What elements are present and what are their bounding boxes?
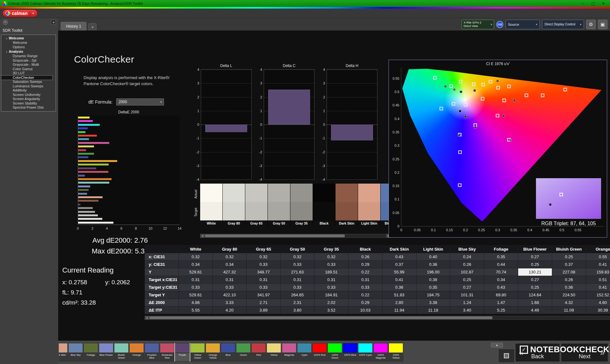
x-tick-label: 6 [120,226,122,230]
calman-menu-button[interactable]: calman ▾ [3,10,37,17]
table-row-target-y-cie31: Target y:CIE310.330.330.330.330.330.330.… [145,284,610,291]
patch-button-bluish-green[interactable]: Bluish Green [114,343,129,361]
sidebar-item-options[interactable]: Options [1,45,56,50]
patch-button-moderate-red[interactable]: Moderate Red [160,343,174,361]
sidebar-item-screen-stability[interactable]: Screen Stability [1,101,56,106]
de2000-bar-orange [78,178,112,180]
scroll-left-icon[interactable]: ◄ [145,316,149,320]
patch-button-green[interactable]: Green [236,343,251,361]
column-header-white: White [179,246,213,253]
strip-scrollbar[interactable]: ◄ ► [200,234,391,238]
sidebar-section-analysis[interactable]: ▴Analysis [1,49,56,54]
patch-button-cyan[interactable]: Cyan [297,343,312,361]
patch-label: Purple [175,353,189,361]
sidebar-item-luminance-sweeps[interactable]: Luminance Sweeps [1,84,56,89]
patch-button-100-cyan[interactable]: 100% Cyan [358,343,373,361]
sidebar-item-screen-uniformity[interactable]: Screen Uniformity [1,93,56,97]
scrollbar-thumb[interactable] [149,316,492,319]
gridline [327,179,377,180]
add-tab-button[interactable]: + [88,23,97,30]
source-dropdown[interactable]: Source ▾ [505,20,540,29]
patch-button-blue-sky[interactable]: Blue Sky [68,343,83,361]
y-tick-label: -1 [254,136,262,140]
table-scrollbar[interactable]: ◄ ► [145,316,610,320]
de2000-bar-magenta [78,142,109,144]
table-cell: 0.33 [315,284,349,291]
sidebar-item-grayscale-2pt[interactable]: Grayscale - 2pt [1,58,56,63]
sidebar-section-welcome[interactable]: ▴Welcome [1,36,56,41]
sidebar-item-3d-lut[interactable]: 3D LUT [1,71,56,76]
close-button[interactable]: ✕ [599,1,607,6]
patch-button-100-yellow[interactable]: 100% Yellow [389,343,403,361]
scroll-left-icon[interactable]: ◄ [200,234,205,238]
patch-button-purple[interactable]: Purple [175,343,190,361]
table-cell: 0.41 [586,261,610,268]
gridline [264,83,314,84]
patch-button-100-green[interactable]: 100% Green [328,343,342,361]
patch-button-yellow-green[interactable]: Yellow Green [190,343,205,361]
sidebar-item-screen-angularity[interactable]: Screen Angularity [1,97,56,101]
patch-button-magenta[interactable]: Magenta [282,343,296,361]
swatch-label: Gray 50 [268,220,290,226]
display-control-dropdown[interactable]: Direct Display Control ▾ [542,20,584,29]
sidebar-item-grayscale-multi[interactable]: Grayscale - Multi [1,63,56,67]
meter-selector-button[interactable]: X-Rite i1Pro 2 Direct View ▾ [462,20,494,29]
de-formula-select[interactable]: 2000 ▾ [116,98,164,105]
reading-cdm2: cd/m²: 33.28 [62,299,96,306]
maximize-button[interactable]: ▢ [589,1,597,6]
de2000-bar-gray-35 [78,207,93,209]
cie-x-tick-label: 0.3 [492,228,503,232]
patch-button-100-blue[interactable]: 100% Blue [343,343,357,361]
sidebar-item-color-gamut[interactable]: Color Gamut [1,67,56,71]
table-cell: 0.44 [484,261,518,268]
patch-button-orange-yellow[interactable]: Orange Yellow [206,343,220,361]
table-cell: 0.33 [281,261,315,268]
sidebar-item-saturation-sweeps[interactable]: Saturation Sweeps [1,80,56,84]
sidebar-collapse-button[interactable]: ◄ [51,20,56,25]
table-cell: 1.24 [450,299,484,307]
table-row-y-cie31: y: CIE310.340.340.330.330.330.290.370.36… [145,261,610,268]
cie-y-tick-label: 0.4 [390,117,399,121]
patch-button-blue-flower[interactable]: Blue Flower [99,343,113,361]
patch-button-orange[interactable]: Orange [129,343,144,361]
patch-button-100-magenta[interactable]: 100% Magenta [373,343,388,361]
swatch-label: Black [313,220,335,226]
row-label: x: CIE31 [145,253,179,261]
sidebar-item-dynamic-range[interactable]: Dynamic Range [1,54,56,58]
layout-panel-button[interactable]: ▣ [598,20,607,29]
patch-button-foliage[interactable]: Foliage [84,343,98,361]
chevron-down-icon: ▾ [160,100,162,104]
back-label: Back [516,353,559,360]
table-cell: 0.33 [315,261,349,268]
table-cell: 0.31 [213,276,247,284]
table-cell: 0.25 [518,261,552,268]
avg-de2000-readout: Avg dE2000: 2.76 [68,236,173,245]
patch-button-light-skin[interactable]: Light Skin [59,343,68,361]
expand-patches-button[interactable]: ▲ [491,343,503,347]
sidebar-item-spectral-power-dist[interactable]: Spectral Power Dist. [1,105,56,110]
table-cell: 0.26 [450,261,484,268]
patch-button-purplish-blue[interactable]: Purplish Blue [145,343,159,361]
patch-button-yellow[interactable]: Yellow [267,343,281,361]
minimize-button[interactable]: – [579,1,587,6]
cie-x-tick-label: 0.4 [524,228,535,232]
table-cell: 0.38 [416,276,450,284]
patch-button-red[interactable]: Red [251,343,266,361]
sidebar-item-welcome[interactable]: Welcome [1,41,56,45]
back-button[interactable]: « Back [515,343,560,362]
patch-button-100-red[interactable]: 100% Red [312,343,327,361]
sidebar-tree: ▴WelcomeWelcomeOptions▴AnalysisDynamic R… [1,35,56,111]
settings-gear-button[interactable]: ⚙ [586,20,596,29]
table-cell[interactable]: 130.21 [518,268,552,276]
table-cell: 196.00 [416,268,450,276]
scrollbar-thumb[interactable] [205,234,345,237]
table-cell: 0.22 [348,291,382,299]
pattern-window-button[interactable] [498,349,515,363]
next-button[interactable]: » Next [561,343,608,362]
patch-button-blue[interactable]: Blue [221,343,235,361]
sidebar-item-colorchecker[interactable]: ColorChecker [1,76,52,80]
target-icon[interactable] [3,20,8,25]
cie-measured-marker [473,89,476,92]
sidebar-item-additivity[interactable]: Additivity [1,88,56,93]
tab-history-1[interactable]: History 1 [61,22,86,30]
